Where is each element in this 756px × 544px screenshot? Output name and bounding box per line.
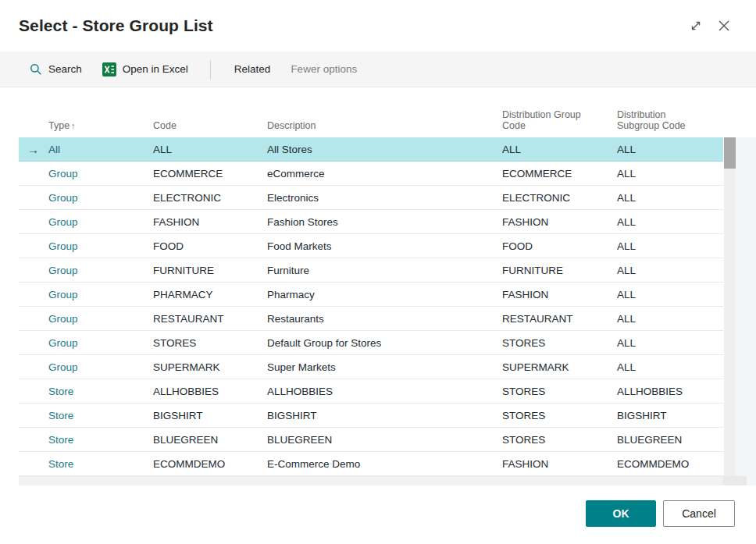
distribution-subgroup-code-cell: ALL: [617, 240, 723, 252]
distribution-group-code-cell: STORES: [502, 410, 617, 421]
type-cell: Store: [48, 434, 153, 446]
distribution-group-code-cell: ECOMMERCE: [502, 168, 617, 180]
code-cell: FOOD: [153, 240, 267, 252]
close-button[interactable]: [711, 12, 737, 39]
distribution-subgroup-code-cell: ALL: [617, 216, 723, 228]
distribution-subgroup-code-cell: ALL: [617, 265, 723, 276]
table-row[interactable]: Store BLUEGREEN BLUEGREEN STORES BLUEGRE…: [19, 428, 723, 452]
open-in-excel-label: Open in Excel: [123, 63, 188, 75]
description-cell: E-Commerce Demo: [267, 458, 502, 470]
description-cell: BLUEGREEN: [267, 434, 502, 446]
type-link[interactable]: Group: [48, 240, 78, 252]
table-row[interactable]: Store ALLHOBBIES ALLHOBBIES STORES ALLHO…: [19, 379, 723, 404]
expand-button[interactable]: [683, 12, 709, 39]
distribution-subgroup-code-cell: ALL: [617, 313, 723, 325]
type-link[interactable]: Group: [48, 313, 78, 325]
description-cell: eCommerce: [267, 168, 502, 180]
code-cell: PHARMACY: [153, 289, 267, 300]
type-link[interactable]: Group: [48, 361, 78, 373]
description-cell: Restaurants: [267, 313, 502, 325]
code-cell: ALLHOBBIES: [153, 386, 267, 397]
close-icon: [717, 19, 731, 33]
search-button[interactable]: Search: [30, 63, 82, 76]
type-link[interactable]: Store: [48, 434, 73, 446]
related-menu-button[interactable]: Related: [234, 63, 271, 75]
type-cell: Group: [48, 240, 153, 252]
table-row[interactable]: Group FOOD Food Markets FOOD ALL: [19, 234, 723, 258]
type-link[interactable]: Store: [48, 410, 73, 421]
horizontal-scrollbar[interactable]: [19, 476, 723, 485]
distribution-subgroup-code-cell: BIGSHIRT: [617, 410, 723, 421]
open-in-excel-button[interactable]: Open in Excel: [102, 62, 188, 76]
table-row[interactable]: Group SUPERMARK Super Markets SUPERMARK …: [19, 355, 723, 379]
column-header-distribution-group-code[interactable]: Distribution Group Code: [502, 109, 617, 133]
distribution-subgroup-code-cell: ALL: [617, 192, 723, 204]
type-link[interactable]: Group: [48, 337, 78, 349]
table-body: → All ALL All Stores ALL ALL Group ECOMM…: [19, 137, 723, 476]
column-header-type[interactable]: Type↑: [48, 120, 153, 132]
table-row[interactable]: → All ALL All Stores ALL ALL: [19, 137, 723, 162]
table-row[interactable]: Group ECOMMERCE eCommerce ECOMMERCE ALL: [19, 162, 723, 186]
description-cell: Pharmacy: [267, 289, 502, 300]
table-row[interactable]: Store ECOMMDEMO E-Commerce Demo FASHION …: [19, 452, 723, 476]
table-header: Type↑ Code Description Distribution Grou…: [19, 87, 723, 137]
distribution-group-code-cell: RESTAURANT: [502, 313, 617, 325]
distribution-subgroup-code-cell: ALL: [617, 168, 723, 180]
distribution-group-code-cell: ALL: [502, 144, 617, 155]
type-cell: Group: [48, 168, 153, 180]
table-row[interactable]: Group FURNITURE Furniture FURNITURE ALL: [19, 258, 723, 283]
fewer-options-button[interactable]: Fewer options: [291, 63, 357, 75]
table-row[interactable]: Group RESTAURANT Restaurants RESTAURANT …: [19, 307, 723, 331]
code-cell: ECOMMDEMO: [153, 458, 267, 470]
sort-ascending-icon: ↑: [71, 121, 76, 130]
search-icon: [30, 63, 42, 76]
table-row[interactable]: Group PHARMACY Pharmacy FASHION ALL: [19, 283, 723, 307]
table-row[interactable]: Store BIGSHIRT BIGSHIRT STORES BIGSHIRT: [19, 404, 723, 428]
fewer-options-label: Fewer options: [291, 63, 357, 75]
title-bar: Select - Store Group List: [0, 0, 756, 52]
row-selector-cell: →: [19, 144, 48, 155]
code-cell: ALL: [153, 144, 267, 155]
column-header-description[interactable]: Description: [267, 120, 502, 132]
select-store-group-dialog: Select - Store Group List: [0, 0, 756, 544]
vertical-scrollbar[interactable]: [724, 137, 736, 485]
distribution-group-code-cell: FURNITURE: [502, 265, 617, 276]
distribution-group-code-cell: STORES: [502, 434, 617, 446]
type-link[interactable]: All: [48, 144, 60, 155]
type-link[interactable]: Store: [48, 458, 73, 470]
type-link[interactable]: Store: [48, 386, 73, 397]
table-row[interactable]: Group FASHION Fashion Stores FASHION ALL: [19, 210, 723, 234]
distribution-subgroup-code-cell: ECOMMDEMO: [617, 458, 723, 470]
column-header-code[interactable]: Code: [153, 120, 267, 132]
distribution-group-code-cell: FOOD: [502, 240, 617, 252]
store-group-list-grid: Type↑ Code Description Distribution Grou…: [0, 87, 756, 485]
type-cell: Group: [48, 313, 153, 325]
type-link[interactable]: Group: [48, 192, 78, 204]
type-link[interactable]: Group: [48, 168, 78, 180]
distribution-subgroup-code-cell: BLUEGREEN: [617, 434, 723, 446]
column-header-distribution-subgroup-code[interactable]: Distribution Subgroup Code: [617, 109, 723, 133]
type-link[interactable]: Group: [48, 216, 78, 228]
code-cell: RESTAURANT: [153, 313, 267, 325]
type-cell: Group: [48, 192, 153, 204]
type-cell: Store: [48, 458, 153, 470]
ok-button[interactable]: OK: [586, 500, 656, 527]
table-row[interactable]: Group STORES Default Group for Stores ST…: [19, 331, 723, 355]
page-title: Select - Store Group List: [19, 16, 213, 35]
description-cell: All Stores: [267, 144, 502, 155]
type-cell: Group: [48, 265, 153, 276]
type-cell: Group: [48, 337, 153, 349]
code-cell: STORES: [153, 337, 267, 349]
search-label: Search: [48, 63, 82, 75]
type-link[interactable]: Group: [48, 289, 78, 300]
expand-icon: [688, 18, 704, 34]
distribution-group-code-cell: STORES: [502, 386, 617, 397]
related-label: Related: [234, 63, 271, 75]
vertical-scrollbar-thumb[interactable]: [724, 137, 736, 169]
description-cell: ALLHOBBIES: [267, 386, 502, 397]
table-row[interactable]: Group ELECTRONIC Electronics ELECTRONIC …: [19, 186, 723, 210]
distribution-group-code-cell: ELECTRONIC: [502, 192, 617, 204]
toolbar-divider: [210, 60, 211, 79]
cancel-button[interactable]: Cancel: [663, 500, 735, 527]
type-link[interactable]: Group: [48, 265, 78, 276]
